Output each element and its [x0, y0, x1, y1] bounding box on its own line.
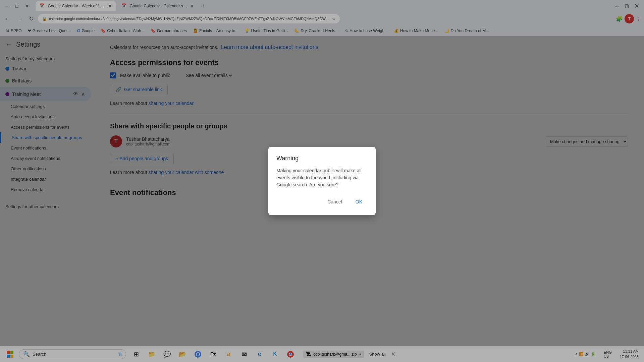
cancel-button[interactable]: Cancel	[322, 196, 347, 207]
dialog-actions: Cancel OK	[276, 196, 368, 207]
warning-overlay: Warning Making your calendar public will…	[0, 0, 644, 362]
dialog-body: Making your calendar public will make al…	[276, 167, 368, 188]
warning-dialog: Warning Making your calendar public will…	[268, 147, 376, 215]
ok-button[interactable]: OK	[350, 196, 368, 207]
dialog-title: Warning	[276, 155, 368, 162]
